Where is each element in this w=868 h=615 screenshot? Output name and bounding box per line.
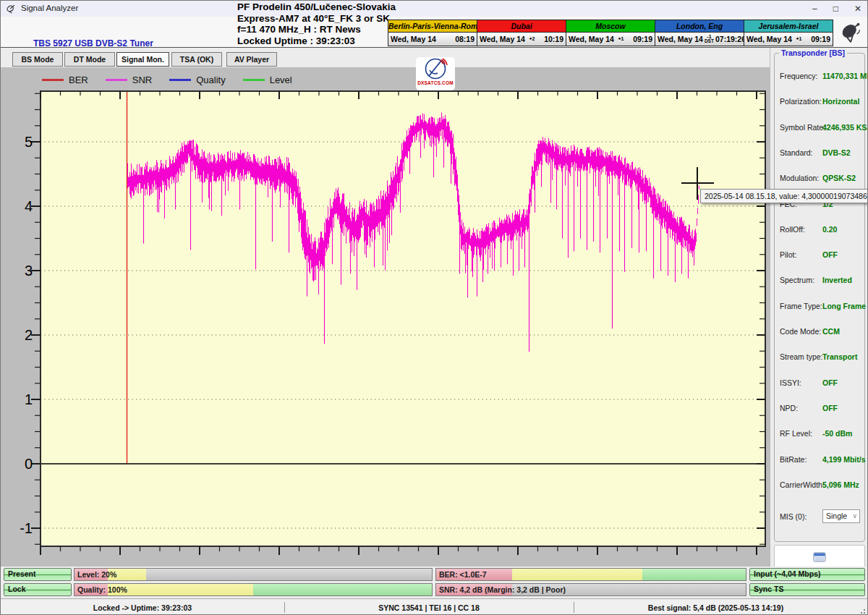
input-4-04-mbps--indicator[interactable]: Input (~4,04 Mbps) bbox=[749, 568, 865, 581]
tab-av-player[interactable]: AV Player bbox=[226, 52, 277, 67]
signal-monitor-panel: BERSNRQualityLevel DXSATCS.COM 543210-1 bbox=[1, 67, 770, 567]
param-value: QPSK-S2 bbox=[822, 174, 856, 182]
y-axis-label: 4 bbox=[25, 198, 33, 214]
mis-label: MIS (0): bbox=[780, 512, 807, 521]
param-value: Inverted bbox=[822, 276, 852, 284]
param-label: RF Level: bbox=[780, 429, 812, 438]
mis-selected-value: Single bbox=[826, 512, 847, 520]
param-value: OFF bbox=[822, 378, 838, 387]
y-axis-label: 0 bbox=[25, 456, 33, 472]
tab-dt-mode[interactable]: DT Mode bbox=[64, 52, 115, 67]
param-row-rolloff: RollOff:0.20 bbox=[775, 225, 864, 235]
clock-city-label: Jerusalem-Israel bbox=[744, 20, 833, 33]
param-label: NPD: bbox=[780, 404, 798, 412]
dxsatcs-logo: DXSATCS.COM bbox=[416, 57, 455, 90]
param-value: 0.20 bbox=[822, 225, 837, 234]
clock-date: Wed, May 14 bbox=[658, 35, 703, 43]
param-row-symbolrate: Symbol Rate:4246,935 KS/s bbox=[775, 123, 864, 133]
param-row-issyi: ISSYI:OFF bbox=[775, 378, 864, 389]
transport-analyzer-button[interactable] bbox=[774, 545, 865, 569]
clock-berlin-paris-vienna-roma: Berlin-Paris-Vienna-RomaWed, May 1408:19 bbox=[388, 20, 477, 46]
param-row-pilot: Pilot:OFF bbox=[775, 250, 864, 260]
bar-segment-green bbox=[642, 569, 746, 580]
status-separator bbox=[574, 602, 574, 613]
dxsatcs-logo-graphic bbox=[421, 57, 450, 82]
param-row-modulation: Modulation:QPSK-S2 bbox=[775, 174, 864, 184]
status-cell-2: Best signal: 5,4 dB (2025-05-13 14:19) bbox=[574, 599, 858, 615]
resize-grip[interactable] bbox=[858, 606, 865, 614]
param-row-standard: Standard:DVB-S2 bbox=[775, 148, 864, 158]
param-row-npd: NPD:OFF bbox=[775, 404, 864, 414]
clock-utc-offset: +2 bbox=[525, 37, 539, 42]
clock-london-eng: London, EngWed, May 14-1DST07:19:26 bbox=[655, 20, 744, 46]
minimize-button[interactable]: – bbox=[812, 1, 817, 17]
param-label: Stream type: bbox=[780, 352, 823, 361]
close-button[interactable]: ✕ bbox=[854, 1, 861, 17]
satellite-dish-icon bbox=[840, 21, 864, 44]
param-value: Long Frame bbox=[822, 302, 866, 310]
param-value: OFF bbox=[822, 250, 838, 259]
param-value: DVB-S2 bbox=[822, 148, 851, 157]
param-row-frequency: Frequency:11470,331 MHz bbox=[775, 72, 864, 82]
snr-chart[interactable]: 543210-1 bbox=[1, 67, 770, 567]
param-value: 11470,331 MHz bbox=[822, 72, 868, 80]
indicator-row: LockQuality: 100%SNR: 4,2 dB (Margin: 3,… bbox=[1, 583, 867, 597]
bar-quality: Quality: 100% bbox=[74, 583, 433, 596]
clock-city-label: Moscow bbox=[566, 20, 655, 33]
clock-date: Wed, May 14 bbox=[746, 35, 792, 43]
param-value: 5,096 MHz bbox=[822, 480, 859, 489]
info-line-uptime: Locked Uptime : 39:23:03 bbox=[237, 35, 396, 47]
param-value: 4246,935 KS/s bbox=[822, 123, 868, 132]
mis-dropdown[interactable]: Single ∨ bbox=[822, 509, 860, 523]
param-row-polarization: Polarization:Horizontal bbox=[775, 97, 864, 107]
param-label: Pilot: bbox=[780, 250, 796, 259]
chevron-down-icon: ∨ bbox=[852, 510, 857, 522]
chart-tooltip: 2025-05-14 08.15.18, value: 4,3000001907… bbox=[700, 189, 868, 203]
y-axis-label: 2 bbox=[25, 327, 33, 343]
tab-tsa-ok-[interactable]: TSA (OK) bbox=[171, 52, 222, 67]
param-label: BitRate: bbox=[780, 455, 807, 464]
status-separator bbox=[284, 602, 285, 613]
info-line-satellite: Express-AM7 at 40°E_FK 3 or SK bbox=[237, 13, 396, 25]
transponder-sidebar: Transponder [BS] Frequency:11470,331 MHz… bbox=[770, 48, 868, 567]
clock-time: 09:19 bbox=[806, 35, 830, 43]
y-axis-label: -1 bbox=[20, 520, 33, 536]
clock-jerusalem-israel: Jerusalem-IsraelWed, May 14+109:19 bbox=[744, 20, 833, 46]
clock-date: Wed, May 14 bbox=[569, 35, 614, 43]
status-cell-0: Locked -> Uptime: 39:23:03 bbox=[1, 599, 284, 615]
param-value: 4,199 Mbit/s bbox=[822, 455, 866, 464]
maximize-button[interactable]: □ bbox=[833, 1, 838, 17]
bar-ber: BER: <1.0E-7 bbox=[435, 568, 746, 581]
param-value: Transport bbox=[822, 352, 857, 361]
present-indicator[interactable]: Present bbox=[4, 568, 72, 581]
param-label: RollOff: bbox=[780, 225, 805, 234]
clock-dubai: DubaiWed, May 14+210:19 bbox=[477, 20, 566, 46]
lock-indicator[interactable]: Lock bbox=[4, 583, 72, 596]
clock-time: 07:19:26 bbox=[715, 35, 741, 43]
tab-signal-mon-[interactable]: Signal Mon. bbox=[116, 52, 169, 67]
param-value: CCM bbox=[822, 327, 840, 336]
param-label: Spectrum: bbox=[780, 276, 814, 284]
y-axis-label: 5 bbox=[25, 134, 33, 150]
clock-moscow: MoscowWed, May 14+109:19 bbox=[566, 20, 655, 46]
clock-city-label: Dubai bbox=[477, 20, 566, 33]
sync-ts-indicator[interactable]: Sync TS bbox=[749, 583, 865, 596]
param-row-carrierwidth: CarrierWidth:5,096 MHz bbox=[775, 480, 864, 491]
tab-bs-mode[interactable]: BS Mode bbox=[12, 52, 63, 67]
param-row-bitrate: BitRate:4,199 Mbit/s bbox=[775, 455, 864, 465]
transponder-groupbox: Transponder [BS] Frequency:11470,331 MHz… bbox=[774, 53, 865, 542]
bar-label: Quality: 100% bbox=[77, 584, 127, 595]
param-value: OFF bbox=[822, 404, 838, 412]
y-axis-label: 1 bbox=[25, 391, 33, 407]
bar-segment-green bbox=[253, 584, 432, 595]
mis-row: MIS (0): Single ∨ bbox=[775, 512, 864, 527]
bar-label: Level: 20% bbox=[77, 569, 116, 580]
clock-utc-offset: +1 bbox=[792, 37, 806, 42]
bar-snr: SNR: 4,2 dB (Margin: 3,2 dB | Poor) bbox=[435, 583, 746, 596]
bar-label: BER: <1.0E-7 bbox=[439, 569, 487, 580]
title-bar: Signal Analyzer –□✕ bbox=[1, 1, 867, 17]
clock-utc-offset: -1DST bbox=[703, 35, 715, 44]
param-label: Code Mode: bbox=[780, 327, 821, 336]
param-value: -50 dBm bbox=[822, 429, 852, 438]
info-line-antenna: PF Prodelin 450/Lučenec-Slovakia bbox=[237, 1, 396, 13]
